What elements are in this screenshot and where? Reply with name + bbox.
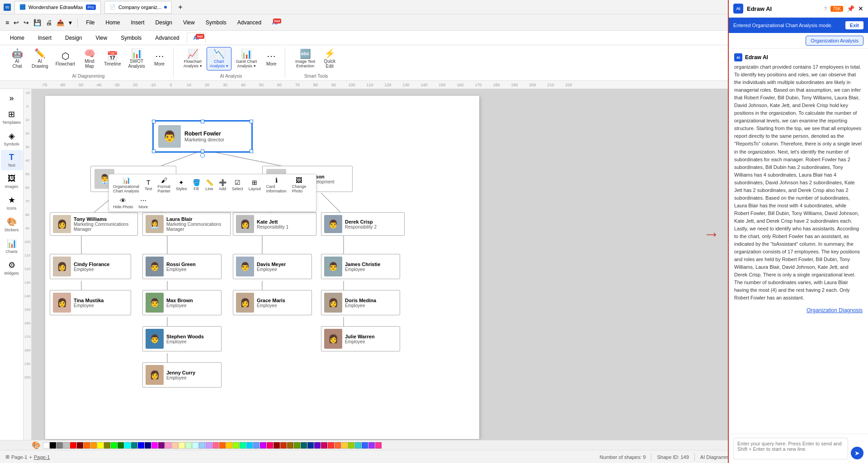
color-swatch[interactable] (307, 442, 314, 449)
menu-home[interactable]: Home (101, 18, 125, 28)
exit-btn[interactable]: Exit (845, 21, 863, 29)
print-btn[interactable]: 🖨 (44, 17, 54, 28)
color-swatch[interactable] (179, 442, 185, 449)
ft-change-photo[interactable]: 🖼ChangePhoto (290, 175, 309, 195)
org-analysis-btn[interactable]: Organization Analysis (806, 36, 863, 46)
color-swatch[interactable] (294, 442, 300, 449)
ft-format-painter[interactable]: 🖌FormatPainter (156, 175, 173, 195)
color-swatch[interactable] (253, 442, 259, 449)
btn-chart-analysis[interactable]: 📉 ChartAnalysis ▾ (207, 47, 231, 70)
node-davis[interactable]: 👨 Davis MeyerEmployee (233, 254, 312, 279)
menu-design[interactable]: Design (151, 18, 177, 28)
color-swatch[interactable] (145, 442, 151, 449)
color-swatch[interactable] (118, 442, 124, 449)
btn-flowchart-analysis[interactable]: 📈 FlowchartAnalysis ▾ (181, 47, 205, 70)
color-swatch[interactable] (172, 442, 178, 449)
ft-org-analysis[interactable]: 📊OrganizationalChart Analysis (111, 175, 142, 195)
color-picker-btn[interactable]: 🎨 (32, 441, 41, 449)
color-swatch[interactable] (43, 442, 49, 449)
color-swatch[interactable] (314, 442, 321, 449)
color-swatch[interactable] (50, 442, 56, 449)
color-swatch[interactable] (77, 442, 83, 449)
ai-close-btn[interactable]: ✕ (858, 5, 863, 12)
sidebar-charts[interactable]: 📊 Charts (1, 236, 23, 257)
color-swatch[interactable] (165, 442, 171, 449)
ai-content[interactable]: AI Edraw AI organizatin chart provided c… (729, 49, 868, 434)
color-swatch[interactable] (97, 442, 104, 449)
ft-fill[interactable]: 🪣Fill (190, 178, 203, 192)
node-rossi[interactable]: 👨 Rossi GreenEmployee (142, 254, 222, 279)
color-swatch[interactable] (63, 442, 70, 449)
btn-more-analysis[interactable]: ⋯ More (261, 50, 281, 68)
node-stephen[interactable]: 👨 Stephen WoodsEmployee (142, 326, 222, 351)
sidebar-images[interactable]: 🖼 Images (1, 171, 23, 192)
collapse-btn[interactable]: ≡ (4, 17, 11, 28)
color-swatch[interactable] (219, 442, 226, 449)
node-doris[interactable]: 👩 Doris MedinaEmployee (321, 290, 400, 315)
btn-ai-drawing[interactable]: ✏️ AIDrawing (29, 47, 51, 70)
color-swatch[interactable] (138, 442, 144, 449)
menu-file[interactable]: File (81, 18, 99, 28)
node-james[interactable]: 👨 James ChristieEmployee (321, 254, 400, 279)
menu-symbols[interactable]: Symbols (201, 18, 231, 28)
color-swatch[interactable] (355, 442, 361, 449)
ai-send-btn[interactable]: ➤ (851, 447, 863, 459)
color-swatch[interactable] (362, 442, 368, 449)
node-tony-williams[interactable]: 👩 Tony Williams Marketing Communications… (50, 212, 138, 236)
color-swatch[interactable] (287, 442, 293, 449)
add-page-btn[interactable]: + (29, 454, 32, 460)
ft-layout[interactable]: ⊞Layout (246, 178, 263, 192)
sidebar-widgets[interactable]: ⚙ Widgets (1, 257, 23, 278)
btn-ai-chat[interactable]: 🤖 AIChat (7, 47, 27, 70)
menu-insert[interactable]: Insert (127, 18, 149, 28)
btn-flowchart[interactable]: ⬡ Flowchart (53, 50, 78, 68)
color-swatch[interactable] (246, 442, 253, 449)
ai-input-field[interactable] (733, 438, 848, 459)
color-swatch[interactable] (158, 442, 165, 449)
btn-swot[interactable]: 📊 SWOTAnalysis (125, 47, 147, 70)
color-swatch[interactable] (151, 442, 158, 449)
color-swatch[interactable] (192, 442, 198, 449)
menu-ai[interactable]: AI hot (268, 18, 282, 28)
sidebar-symbols[interactable]: ◈ Symbols (1, 128, 23, 149)
color-swatch[interactable] (280, 442, 287, 449)
color-swatch[interactable] (212, 442, 219, 449)
sidebar-toggle-btn[interactable]: ⊞ (5, 454, 9, 460)
page-name[interactable]: Page-1 (34, 454, 50, 460)
ft-select[interactable]: ☑Select (230, 178, 245, 192)
export-btn[interactable]: 📤 (55, 17, 66, 28)
sidebar-icons[interactable]: ★ Icons (1, 192, 23, 213)
ai-pin-btn[interactable]: 📌 (847, 5, 854, 12)
ft-card-info[interactable]: ℹCardInformation (264, 175, 289, 195)
color-swatch[interactable] (260, 442, 266, 449)
color-swatch[interactable] (233, 442, 239, 449)
tab-design[interactable]: Design (59, 33, 88, 43)
ft-add[interactable]: ➕Add (217, 178, 229, 192)
color-swatch[interactable] (111, 442, 117, 449)
sidebar-expand[interactable]: » (1, 91, 23, 106)
btn-timeline[interactable]: 📅 Timeline (101, 50, 123, 68)
color-swatch[interactable] (375, 442, 382, 449)
node-grace[interactable]: 👩 Grace MarisEmployee (233, 290, 312, 315)
tab-symbols[interactable]: Symbols (114, 33, 148, 43)
tab-advanced[interactable]: Advanced (149, 33, 185, 43)
save-btn[interactable]: 💾 (32, 17, 43, 28)
color-swatch[interactable] (104, 442, 110, 449)
tab-edrawmax[interactable]: 🟦 Wondershare EdrawMax Pro (14, 1, 101, 14)
tab-document[interactable]: 📄 Company organiz... (104, 1, 172, 14)
color-swatch[interactable] (335, 442, 341, 449)
color-swatch[interactable] (240, 442, 246, 449)
color-swatch[interactable] (84, 442, 90, 449)
color-swatch[interactable] (301, 442, 307, 449)
color-swatch[interactable] (90, 442, 97, 449)
color-swatch[interactable] (368, 442, 375, 449)
btn-image-text[interactable]: 🔤 Image TextExtraction (292, 47, 318, 70)
node-derek-crisp[interactable]: 👨 Derek Crisp Responsibility 2 (321, 212, 405, 236)
add-tab-btn[interactable]: + (175, 1, 185, 13)
color-swatch[interactable] (267, 442, 273, 449)
more-menu-btn[interactable]: ▾ (67, 17, 74, 28)
color-swatch[interactable] (348, 442, 354, 449)
node-kate-jett[interactable]: 👩 Kate Jett Responsibility 1 (233, 212, 316, 236)
color-swatch[interactable] (226, 442, 232, 449)
undo-btn[interactable]: ↩ (12, 17, 21, 28)
